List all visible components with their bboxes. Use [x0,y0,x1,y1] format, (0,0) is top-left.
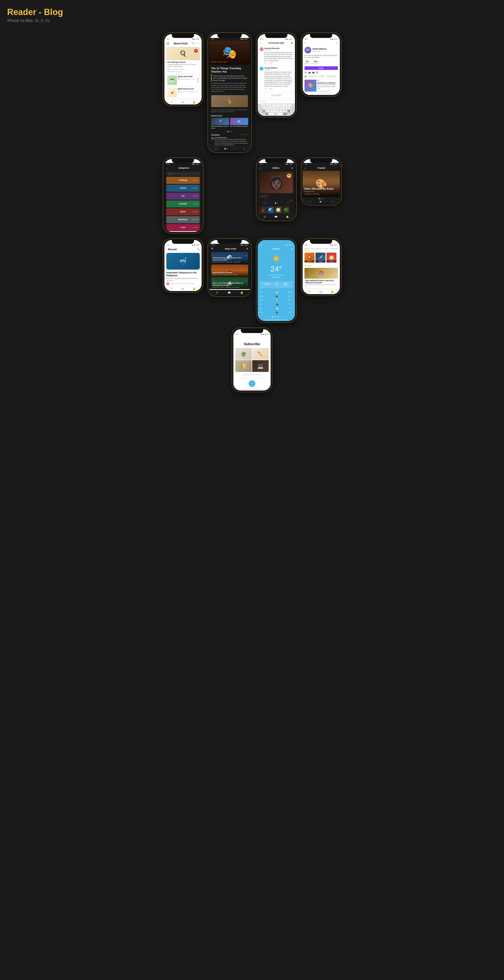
comment-input[interactable]: Comment... [260,101,291,103]
thumb-2[interactable]: 🌊 [267,206,274,213]
forecast-thu-label: THU [260,299,265,301]
tab-design[interactable]: Design & Art [308,75,317,78]
phone2-footer: ♥ 305 💬 52 ↗ 3 🔖 [209,147,250,151]
phone7-comments[interactable]: 💬 3 [319,201,322,203]
nav-home-icon[interactable]: ☰ [309,290,311,293]
forecast-thu-icon: ☀️ [275,299,279,302]
nav-home-icon[interactable]: ☰ [171,287,172,290]
phone6-filter-icon[interactable]: ⊞ [291,167,293,169]
phone7-share[interactable]: ↗ 51 [330,201,333,203]
nav-bell-icon[interactable]: 🔔 [286,215,289,218]
tab-technology[interactable]: Technology [330,248,338,250]
comment2-reply[interactable]: Reply [269,88,273,90]
tab-home[interactable]: Home [305,248,309,250]
search-icon[interactable]: 🔍 [191,42,194,45]
phone12-submit-btn[interactable]: → [249,380,255,387]
menu-icon[interactable]: ⋮⋮ [195,42,200,45]
phone11-popular-title: Why reading 100 books a year won't make … [305,279,337,284]
phone5-search[interactable]: Search [166,172,200,176]
trending-3[interactable]: 🌅 #travel [327,253,337,262]
cat-art[interactable]: Art 71 posts [166,192,200,200]
news-card-1-title: Understanding Irma, Harvey and a world u… [213,257,247,261]
phone4-article[interactable]: 🎨 Art Street Art as a Passion More stree… [303,79,340,95]
feed-card-cooking[interactable]: ❤ 10 Cooking Lessons I recently stumbled… [166,47,200,73]
follow-button[interactable]: Follow [305,66,338,70]
trending-1[interactable]: 🍳 #kitchen [305,253,314,262]
phone3-filter[interactable]: ⊞ [291,42,293,45]
phone4-share[interactable]: ↗ [336,42,338,45]
cat-love[interactable]: Love 47 posts [166,224,200,231]
phone7-likes[interactable]: ♥ 18 [309,201,311,203]
phone3-back[interactable]: ‹ [260,42,260,45]
phone4-back[interactable]: ‹ [305,42,305,45]
nav-bell-icon[interactable]: 🔔 [193,287,195,290]
nav-home-icon[interactable]: ☰ [171,100,172,103]
comment2-likes[interactable]: ♥ 17 [265,88,267,90]
cat-sport[interactable]: Sport 21 posts [166,208,200,215]
forecast-fri-high: 4° [289,304,290,305]
nav-bookmark-icon[interactable]: 📖 [181,287,184,290]
phone2-share[interactable]: ↗ 3 [234,148,237,150]
phone1-notch [172,34,194,38]
phone3-title: Comments (52) [261,42,291,45]
nav-bookmark-icon[interactable]: 📖 [274,215,277,218]
nav-bookmark-icon[interactable]: 📖 [228,291,231,294]
phone6-share[interactable]: ↗ 51 [286,202,289,204]
cat-animals[interactable]: Animals 9 posts [166,200,200,208]
phone11-popular-card[interactable]: 📚 Why reading 100 books a year won't mak… [305,268,338,288]
related-post-1-title: How (And Why) To Travel Alone [211,126,229,129]
comment1-likes[interactable]: ♥ 42 [265,62,267,64]
phone6-counter: 1 / 57 [258,200,295,202]
phone2-comments[interactable]: 💬 52 [224,148,228,150]
thumb-4[interactable]: 🌿 [282,206,289,213]
feed-card3-meta: By Marco in Cooking · 5 days [181,91,198,92]
related-post-1[interactable]: ✈️ How (And Why) To Travel Alone [211,118,229,129]
nav-bookmark-icon[interactable]: 📖 [319,290,322,293]
phone12-email-input[interactable] [238,377,266,379]
phone9-filter-icon[interactable]: ⊞ [247,248,248,250]
phone12-back[interactable]: ‹ [235,337,236,340]
phone2-bookmark[interactable]: 🔖 [243,148,245,150]
nav-home-icon[interactable]: ☰ [216,291,218,294]
comment2-text: I among was motivator, of sounded in sce… [265,71,293,87]
cat-cooking-label: Cooking [179,179,187,182]
tab-travel[interactable]: Travel [310,248,314,250]
phone8-back[interactable]: ‹ [166,248,167,251]
feed-card-salad[interactable]: 🥗 Quick Lunch Ideas By Lisa in Food · 3 … [166,75,200,86]
thumb-3[interactable]: 🌅 [275,206,282,213]
cat-travel[interactable]: Travel 167 posts [166,185,200,192]
news-card-2[interactable]: 🏍️ Quad Racing in Sahara By Oliver in Sp… [211,264,248,277]
trending-2[interactable]: ✈️ #digital [316,253,325,262]
load-more-btn[interactable]: LOAD MORE [260,92,293,99]
nav-bell-icon[interactable]: 🔔 [240,291,243,294]
phone5-back[interactable]: ‹ [166,167,167,170]
nav-bell-icon[interactable]: 🔔 [193,100,195,103]
thumb-1[interactable]: 👩🏿 [260,206,266,213]
phone11-notch [310,240,332,244]
comment1-reply[interactable]: Reply [269,62,273,64]
news-card-1[interactable]: 🌊 Understanding Irma, Harvey and a world… [211,252,248,264]
nav-bookmark-icon[interactable]: 📖 [181,100,184,103]
nav-bell-icon[interactable]: 🔔 [331,290,333,293]
phone8-search[interactable]: 🔍 [197,248,200,251]
phone6-likes[interactable]: ♥ 285 [263,202,267,204]
feed-card-pasta[interactable]: 🍝 Italian Pasta Secrets By Marco in Cook… [166,87,200,98]
tab-all[interactable]: All [305,75,306,78]
phone10-filter-icon[interactable]: ⊞ [291,248,293,250]
phone6-comments[interactable]: 💬 12 [275,202,278,204]
phone9-search-icon[interactable]: 🔍 [211,248,214,250]
comment2-avatar [260,67,263,71]
tab-startups[interactable]: Startups [319,75,325,78]
news-card-3[interactable]: 🏔️ Why I Love Polartec Delta Fabric for … [211,277,248,289]
related-post-2[interactable]: 🗺️ The Truth About Travelers [230,118,248,129]
phone5-notch [172,159,194,163]
phone2-likes[interactable]: ♥ 305 [214,148,218,150]
cat-cooking[interactable]: Cooking 76 posts [166,177,200,184]
tab-programming[interactable]: Programming [327,75,336,78]
tab-culture[interactable]: Culture [324,248,329,250]
nav-home-icon[interactable]: ☰ [264,215,266,218]
tab-business[interactable]: Business [316,248,322,250]
phone2-see-all[interactable]: See All (52) [241,134,248,136]
send-icon[interactable]: ➤ [291,100,293,103]
cat-business[interactable]: Business 281 posts [166,216,200,223]
